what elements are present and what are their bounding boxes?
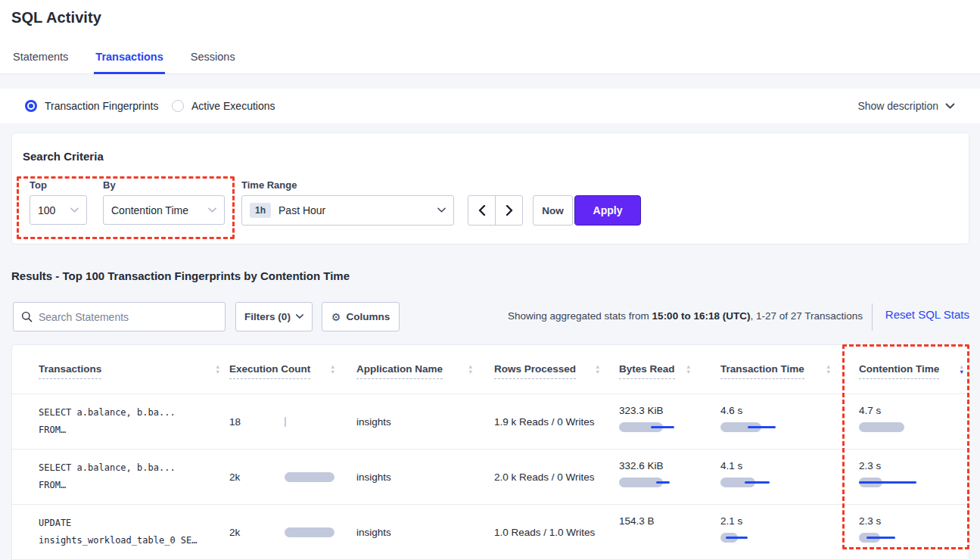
contention-time-line	[859, 481, 916, 484]
radio-unselected-icon[interactable]	[172, 100, 184, 112]
by-select-value: Contention Time	[111, 204, 188, 216]
time-range-badge: 1h	[250, 203, 271, 218]
transaction-time-line	[726, 537, 748, 539]
show-description-toggle[interactable]: Show description	[857, 89, 955, 123]
contention-time-bar	[859, 422, 904, 432]
column-header-transactions[interactable]: Transactions	[39, 363, 101, 379]
contention-time-line	[866, 537, 895, 539]
page-header: SQL Activity Statements Transactions Ses…	[0, 0, 980, 74]
transaction-time-line	[748, 426, 776, 428]
rows-processed-cell: 1.0 Reads / 1.0 Writes	[494, 527, 595, 538]
divider	[872, 303, 873, 331]
sort-icon[interactable]: ▲▼	[595, 365, 600, 375]
show-description-label: Show description	[857, 100, 938, 112]
time-range-value: Past Hour	[278, 204, 325, 216]
reset-sql-stats-link[interactable]: Reset SQL Stats	[885, 308, 969, 321]
by-label: By	[103, 179, 116, 191]
rows-processed-cell: 2.0 k Reads / 0 Writes	[494, 471, 595, 483]
time-range-label: Time Range	[241, 179, 297, 191]
radio-selected-icon[interactable]	[25, 100, 37, 112]
chevron-down-icon	[296, 314, 303, 319]
sort-icon[interactable]: ▲▼	[468, 365, 473, 375]
search-statements-input[interactable]	[39, 311, 217, 323]
tab-statements[interactable]: Statements	[11, 43, 70, 73]
previous-time-range-button[interactable]	[468, 196, 496, 225]
transaction-fingerprint-link[interactable]: UPDATEinsights_workload_table_0 SE…	[39, 515, 198, 549]
contention-time-cell: 4.7 s	[859, 405, 942, 432]
transactions-table: Transactions ▲▼ Execution Count ▲▼ Appli…	[11, 344, 969, 560]
filters-button-label: Filters (0)	[244, 311, 291, 322]
transaction-fingerprint-link[interactable]: SELECT a.balance, b.ba...FROM…	[39, 459, 176, 494]
table-row[interactable]: UPDATEinsights_workload_table_0 SE… 2k i…	[12, 505, 969, 560]
column-header-transaction-time[interactable]: Transaction Time	[720, 363, 804, 379]
execution-count-cell: 2k	[229, 527, 350, 538]
time-range-select[interactable]: 1h Past Hour	[241, 195, 454, 226]
sort-icon-active-desc[interactable]: ▲▼	[959, 365, 964, 375]
radio-active-executions[interactable]: Active Executions	[172, 89, 275, 123]
bytes-read-cell: 323.3 KiB	[619, 405, 702, 432]
contention-time-cell: 2.3 s	[859, 460, 942, 487]
sort-icon[interactable]: ▲▼	[215, 365, 220, 375]
now-button[interactable]: Now	[533, 195, 573, 226]
execution-count-bar	[285, 472, 334, 482]
application-name-cell: insights	[356, 471, 391, 483]
by-select[interactable]: Contention Time	[103, 195, 225, 225]
chevron-down-icon	[70, 207, 79, 213]
transaction-time-cell: 4.6 s	[720, 405, 804, 432]
transaction-time-line	[745, 481, 770, 484]
columns-button-label: Columns	[346, 311, 390, 322]
execution-count-cell: 2k	[229, 471, 350, 483]
time-range-stepper	[468, 195, 523, 226]
chevron-down-icon	[208, 207, 216, 213]
sql-activity-page: SQL Activity Statements Transactions Ses…	[0, 0, 980, 560]
bytes-read-cell: 332.6 KiB	[619, 460, 702, 487]
chevron-down-icon	[437, 207, 446, 213]
radio-label: Transaction Fingerprints	[45, 100, 158, 112]
apply-button[interactable]: Apply	[574, 195, 641, 226]
column-header-rows-processed[interactable]: Rows Processed	[494, 363, 576, 379]
column-header-application-name[interactable]: Application Name	[356, 363, 443, 379]
tab-transactions[interactable]: Transactions	[94, 43, 164, 73]
results-heading: Results - Top 100 Transaction Fingerprin…	[11, 269, 350, 282]
radio-label: Active Executions	[191, 100, 275, 112]
chevron-down-icon	[945, 103, 955, 110]
view-toggle-bar: Transaction Fingerprints Active Executio…	[0, 89, 980, 123]
bytes-read-line	[651, 426, 674, 428]
table-row[interactable]: SELECT a.balance, b.ba...FROM… 2k insigh…	[12, 450, 969, 505]
application-name-cell: insights	[356, 416, 391, 428]
bytes-read-cell: 154.3 B	[619, 515, 702, 543]
search-icon	[21, 311, 33, 322]
sort-icon[interactable]: ▲▼	[826, 365, 831, 375]
top-select[interactable]: 100	[30, 195, 87, 225]
rows-processed-cell: 1.9 k Reads / 0 Writes	[494, 416, 595, 428]
columns-button[interactable]: ⚙ Columns	[322, 302, 400, 331]
execution-count-bar	[285, 417, 286, 427]
transaction-time-cell: 4.1 s	[720, 460, 804, 487]
application-name-cell: insights	[356, 527, 391, 538]
table-row[interactable]: SELECT a.balance, b.ba...FROM… 18 insigh…	[12, 394, 969, 450]
execution-count-cell: 18	[229, 416, 350, 428]
sort-icon[interactable]: ▲▼	[330, 365, 335, 375]
search-criteria-heading: Search Criteria	[23, 150, 104, 163]
bytes-read-line	[656, 481, 670, 484]
gear-icon: ⚙	[331, 311, 341, 323]
transaction-fingerprint-link[interactable]: SELECT a.balance, b.ba...FROM…	[39, 404, 176, 439]
top-label: Top	[30, 179, 47, 191]
tab-bar: Statements Transactions Sessions	[11, 43, 237, 73]
top-select-value: 100	[38, 204, 55, 216]
table-header-row: Transactions ▲▼ Execution Count ▲▼ Appli…	[12, 345, 969, 394]
next-time-range-button[interactable]	[496, 196, 522, 225]
filters-button[interactable]: Filters (0)	[235, 302, 313, 331]
sort-icon[interactable]: ▲▼	[686, 365, 691, 375]
search-statements-box	[13, 302, 226, 331]
aggregated-stats-text: Showing aggregated stats from 15:00 to 1…	[454, 310, 863, 322]
radio-transaction-fingerprints[interactable]: Transaction Fingerprints	[25, 89, 158, 123]
column-header-execution-count[interactable]: Execution Count	[229, 363, 310, 379]
column-header-contention-time[interactable]: Contention Time	[859, 363, 939, 379]
contention-time-cell: 2.3 s	[859, 515, 942, 543]
search-criteria-card: Search Criteria Top 100 By Contention Ti…	[11, 132, 969, 244]
tab-sessions[interactable]: Sessions	[189, 43, 237, 73]
stats-time-range: 15:00 to 16:18 (UTC)	[652, 310, 751, 322]
page-title: SQL Activity	[11, 9, 101, 26]
column-header-bytes-read[interactable]: Bytes Read	[619, 363, 675, 379]
